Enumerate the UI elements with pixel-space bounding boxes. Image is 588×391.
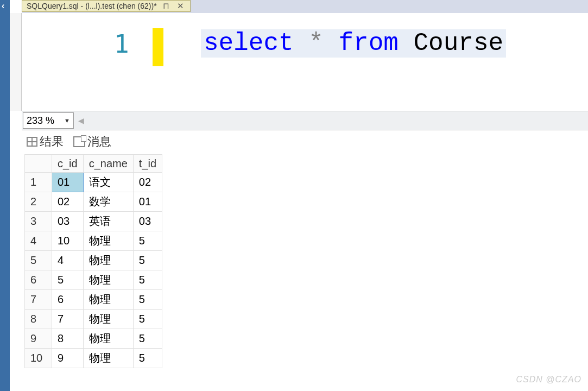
cell[interactable]: 物理 — [83, 231, 133, 251]
chevron-left-icon[interactable]: ‹ — [2, 1, 4, 11]
zoom-toolbar: 233 % ▼ ◀ — [22, 111, 588, 130]
cell[interactable]: 03 — [52, 212, 84, 231]
line-number: 1 — [114, 29, 129, 59]
cell[interactable]: 5 — [133, 290, 162, 310]
header-row: c_id c_name t_id — [25, 155, 162, 173]
row-number[interactable]: 1 — [25, 173, 52, 192]
cell[interactable]: 4 — [52, 251, 84, 270]
cell[interactable]: 物理 — [83, 290, 133, 310]
sql-statement[interactable]: select * from Course — [201, 29, 506, 58]
cell[interactable]: 6 — [52, 290, 84, 310]
cell[interactable]: 03 — [133, 212, 162, 231]
row-number[interactable]: 7 — [25, 290, 52, 310]
sql-editor[interactable]: 1 select * from Course — [22, 13, 588, 111]
zoom-level-dropdown[interactable]: 233 % ▼ — [23, 112, 74, 129]
cell[interactable]: 5 — [133, 329, 162, 349]
tab-messages[interactable]: 消息 — [71, 133, 113, 151]
cell[interactable]: 数学 — [83, 192, 133, 212]
zoom-value: 233 % — [27, 115, 54, 127]
row-number[interactable]: 9 — [25, 329, 52, 349]
table-row[interactable]: 202数学01 — [25, 192, 162, 212]
sql-keyword-select: select — [204, 29, 294, 58]
col-header[interactable]: c_id — [52, 155, 84, 173]
row-number[interactable]: 10 — [25, 349, 52, 368]
messages-icon — [73, 136, 85, 147]
cell[interactable]: 英语 — [83, 212, 133, 231]
cell[interactable]: 7 — [52, 310, 84, 329]
table-row[interactable]: 87物理5 — [25, 310, 162, 329]
watermark: CSDN @CZAO — [516, 375, 581, 384]
cell[interactable]: 5 — [52, 270, 84, 290]
cell[interactable]: 01 — [52, 173, 84, 192]
cell[interactable]: 01 — [133, 192, 162, 212]
table-row[interactable]: 54物理5 — [25, 251, 162, 270]
row-number[interactable]: 6 — [25, 270, 52, 290]
cell[interactable]: 物理 — [83, 310, 133, 329]
table-row[interactable]: 76物理5 — [25, 290, 162, 310]
chevron-down-icon: ▼ — [64, 117, 70, 124]
tab-results[interactable]: 结果 — [24, 133, 66, 151]
results-label: 结果 — [40, 134, 64, 150]
editor-margin — [10, 13, 22, 111]
sql-keyword-from: from — [338, 29, 398, 58]
table-row[interactable]: 410物理5 — [25, 231, 162, 251]
cell[interactable]: 8 — [52, 329, 84, 349]
sql-table-name: Course — [414, 29, 504, 58]
grid-icon — [27, 137, 37, 147]
tab-title: SQLQuery1.sql - (l...l).test (chen (62))… — [27, 2, 157, 10]
cell[interactable]: 语文 — [83, 173, 133, 192]
text-cursor — [153, 28, 163, 66]
cell[interactable]: 5 — [133, 349, 162, 368]
cell[interactable]: 物理 — [83, 270, 133, 290]
side-panel-gutter: ‹ — [0, 0, 10, 391]
results-table[interactable]: c_id c_name t_id 101语文02202数学01303英语0341… — [24, 154, 162, 368]
cell[interactable]: 02 — [133, 173, 162, 192]
cell[interactable]: 5 — [133, 270, 162, 290]
cell[interactable]: 5 — [133, 231, 162, 251]
cell[interactable]: 02 — [52, 192, 84, 212]
col-header[interactable]: c_name — [83, 155, 133, 173]
corner-cell — [25, 155, 52, 173]
close-icon[interactable]: ✕ — [175, 1, 186, 11]
table-row[interactable]: 98物理5 — [25, 329, 162, 349]
pin-icon[interactable]: ⊓ — [161, 1, 171, 11]
document-tab-bar: SQLQuery1.sql - (l...l).test (chen (62))… — [22, 0, 588, 13]
sql-operator-star: * — [308, 29, 324, 58]
row-number[interactable]: 2 — [25, 192, 52, 212]
table-row[interactable]: 65物理5 — [25, 270, 162, 290]
table-row[interactable]: 109物理5 — [25, 349, 162, 368]
result-tab-bar: 结果 消息 — [24, 133, 113, 151]
row-number[interactable]: 8 — [25, 310, 52, 329]
document-tab[interactable]: SQLQuery1.sql - (l...l).test (chen (62))… — [22, 0, 191, 12]
table-row[interactable]: 101语文02 — [25, 173, 162, 192]
scroll-left-icon[interactable]: ◀ — [78, 116, 84, 125]
cell[interactable]: 10 — [52, 231, 84, 251]
cell[interactable]: 9 — [52, 349, 84, 368]
cell[interactable]: 5 — [133, 310, 162, 329]
cell[interactable]: 物理 — [83, 251, 133, 270]
table-row[interactable]: 303英语03 — [25, 212, 162, 231]
messages-label: 消息 — [87, 134, 111, 150]
cell[interactable]: 物理 — [83, 349, 133, 368]
row-number[interactable]: 3 — [25, 212, 52, 231]
row-number[interactable]: 5 — [25, 251, 52, 270]
cell[interactable]: 物理 — [83, 329, 133, 349]
row-number[interactable]: 4 — [25, 231, 52, 251]
cell[interactable]: 5 — [133, 251, 162, 270]
col-header[interactable]: t_id — [133, 155, 162, 173]
